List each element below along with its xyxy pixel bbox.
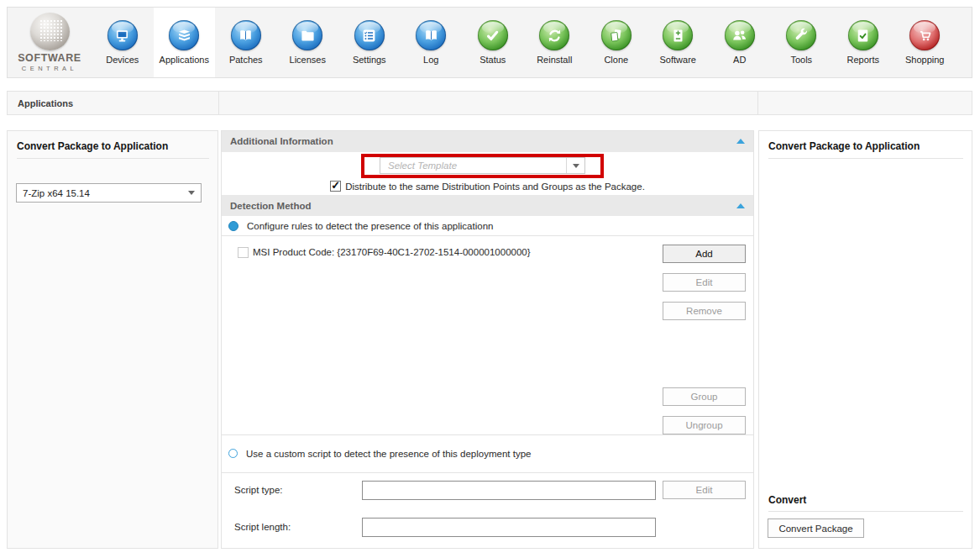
breadcrumb-segment-2 — [219, 92, 758, 114]
additional-information-header: Additional Information — [222, 131, 753, 152]
script-length-label: Script length: — [234, 522, 291, 532]
highlight-red-box: Select Template — [361, 154, 604, 178]
chevron-down-icon[interactable] — [566, 158, 584, 173]
toolbar-item-settings[interactable]: Settings — [338, 8, 401, 77]
toolbar-item-reinstall[interactable]: Reinstall — [524, 8, 586, 77]
main-panel: Additional Information Select Template D… — [221, 130, 754, 549]
distribute-label: Distribute to the same Distribution Poin… — [345, 182, 645, 192]
collapse-up-icon[interactable] — [736, 203, 745, 208]
breadcrumb-segment-3 — [758, 92, 972, 114]
toolbar-item-label: Licenses — [290, 55, 326, 65]
toolbar-item-label: Reinstall — [537, 55, 572, 65]
toolbar-item-log[interactable]: Log — [401, 8, 463, 77]
script-type-row: Script type: Edit — [222, 473, 753, 511]
configure-rules-label: Configure rules to detect the presence o… — [247, 221, 493, 231]
software-icon — [663, 20, 693, 50]
reports-icon — [848, 20, 878, 50]
convert-package-button[interactable]: Convert Package — [768, 519, 864, 538]
reinstall-icon — [539, 20, 569, 50]
app-logo: SOFTWARE CENTRAL — [8, 8, 92, 77]
custom-script-radio[interactable] — [228, 449, 238, 458]
detection-method-title: Detection Method — [230, 201, 311, 211]
script-edit-button[interactable]: Edit — [663, 481, 746, 499]
logo-text-line1: SOFTWARE — [18, 52, 81, 64]
distribute-row: Distribute to the same Distribution Poin… — [222, 181, 753, 192]
chevron-down-icon[interactable] — [182, 184, 201, 202]
settings-icon — [354, 20, 385, 50]
patches-icon — [231, 20, 261, 50]
script-length-row: Script length: — [222, 510, 753, 548]
toolbar-item-label: Tools — [790, 55, 812, 65]
log-icon — [416, 20, 446, 50]
left-panel-convert-package: Convert Package to Application 7-Zip x64… — [7, 130, 218, 549]
convert-section: Convert Convert Package — [759, 494, 972, 538]
toolbar-item-software[interactable]: Software — [647, 8, 710, 77]
toolbar-item-label: AD — [733, 55, 746, 65]
convert-title: Convert — [768, 494, 963, 512]
toolbar-item-label: Settings — [353, 55, 386, 65]
left-panel-title: Convert Package to Application — [17, 140, 209, 159]
right-panel-title: Convert Package to Application — [768, 140, 963, 159]
add-button[interactable]: Add — [663, 245, 746, 263]
configure-rules-row: Configure rules to detect the presence o… — [222, 216, 753, 236]
toolbar-item-clone[interactable]: Clone — [585, 8, 647, 77]
right-panel-convert: Convert Package to Application Convert C… — [758, 130, 972, 549]
package-select-value: 7-Zip x64 15.14 — [17, 188, 182, 198]
ungroup-button[interactable]: Ungroup — [663, 416, 746, 434]
toolbar-item-label: Clone — [604, 55, 628, 65]
toolbar-items: DevicesApplicationsPatchesLicensesSettin… — [92, 8, 972, 77]
remove-button[interactable]: Remove — [663, 302, 746, 320]
ad-icon — [725, 20, 755, 50]
softwarecentral-window: SOFTWARE CENTRAL DevicesApplicationsPatc… — [0, 0, 980, 558]
tools-icon — [786, 20, 816, 50]
toolbar-item-reports[interactable]: Reports — [832, 8, 894, 77]
toolbar-item-label: Shopping — [905, 55, 945, 65]
toolbar-item-ad[interactable]: AD — [709, 8, 771, 77]
detection-method-header: Detection Method — [222, 195, 753, 216]
toolbar-item-label: Log — [423, 55, 438, 65]
detection-rules-list: MSI Product Code: {23170F69-40C1-2702-15… — [222, 236, 753, 435]
script-type-input[interactable] — [362, 481, 656, 500]
toolbar-item-status[interactable]: Status — [462, 8, 524, 77]
breadcrumb-bar: Applications — [7, 91, 972, 115]
list-item[interactable]: MSI Product Code: {23170F69-40C1-2702-15… — [238, 247, 531, 258]
toolbar-item-licenses[interactable]: Licenses — [277, 8, 339, 77]
custom-script-label: Use a custom script to detect the presen… — [246, 449, 531, 459]
softwarecentral-logo-icon — [30, 13, 70, 50]
template-row: Select Template Distribute to the same D… — [222, 152, 753, 196]
toolbar-item-label: Patches — [229, 55, 263, 65]
configure-rules-radio[interactable] — [228, 221, 238, 231]
logo-text-line2: CENTRAL — [22, 65, 78, 72]
toolbar-item-label: Devices — [106, 55, 139, 65]
status-icon — [478, 20, 508, 50]
toolbar-item-tools[interactable]: Tools — [771, 8, 833, 77]
breadcrumb: Applications — [8, 92, 219, 114]
select-template-dropdown[interactable]: Select Template — [380, 157, 585, 174]
main-toolbar: SOFTWARE CENTRAL DevicesApplicationsPatc… — [7, 7, 972, 78]
toolbar-item-label: Status — [480, 55, 506, 65]
devices-icon — [107, 20, 138, 50]
toolbar-item-devices[interactable]: Devices — [92, 8, 154, 77]
toolbar-item-applications[interactable]: Applications — [154, 8, 216, 77]
script-type-label: Script type: — [234, 485, 283, 495]
group-button[interactable]: Group — [663, 387, 746, 406]
rule-checkbox[interactable] — [238, 247, 249, 258]
toolbar-item-shopping[interactable]: Shopping — [894, 8, 956, 77]
rule-buttons-column: Add Edit Remove Group Ungroup — [663, 245, 746, 445]
select-template-placeholder: Select Template — [380, 161, 566, 171]
toolbar-item-label: Applications — [160, 55, 209, 65]
rule-label: MSI Product Code: {23170F69-40C1-2702-15… — [253, 247, 531, 257]
package-select[interactable]: 7-Zip x64 15.14 — [16, 183, 202, 203]
edit-button[interactable]: Edit — [663, 273, 746, 292]
toolbar-item-patches[interactable]: Patches — [215, 8, 277, 77]
distribute-checkbox[interactable] — [330, 181, 341, 192]
collapse-up-icon[interactable] — [736, 139, 745, 144]
clone-icon — [601, 20, 631, 50]
licenses-icon — [292, 20, 322, 50]
shopping-icon — [909, 20, 940, 50]
additional-information-title: Additional Information — [230, 136, 333, 146]
script-length-input[interactable] — [362, 518, 656, 537]
applications-icon — [169, 20, 199, 50]
toolbar-item-label: Reports — [846, 55, 879, 65]
toolbar-item-label: Software — [660, 55, 696, 65]
